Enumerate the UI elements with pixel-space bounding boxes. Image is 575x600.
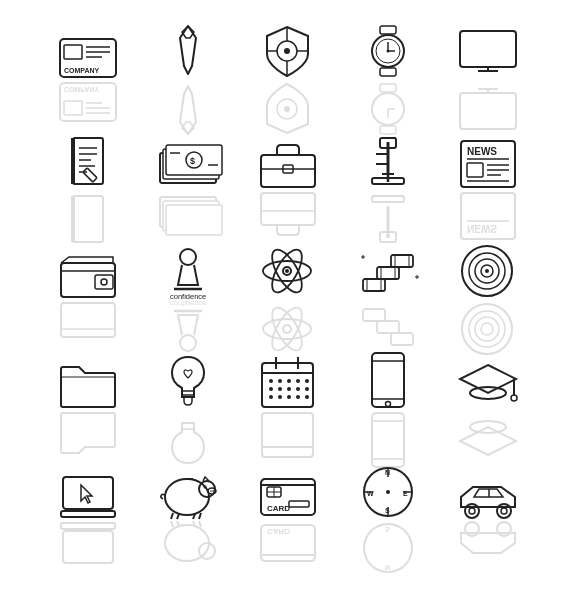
svg-point-185	[203, 486, 206, 489]
svg-point-153	[287, 395, 291, 399]
svg-text:CARD: CARD	[267, 527, 290, 536]
svg-rect-122	[363, 309, 385, 321]
blueprints-icon-cell[interactable]	[38, 135, 138, 245]
calendar-icon-cell[interactable]	[238, 355, 338, 465]
svg-point-151	[269, 395, 273, 399]
svg-rect-198	[289, 501, 309, 507]
watch-icon-cell[interactable]	[338, 25, 438, 135]
svg-line-182	[177, 514, 179, 519]
svg-point-168	[511, 395, 517, 401]
svg-text:N: N	[385, 564, 390, 571]
svg-marker-169	[460, 427, 516, 455]
microscope-icon-cell[interactable]	[338, 135, 438, 245]
tie-icon-cell[interactable]	[138, 25, 238, 135]
target-icon-cell[interactable]	[438, 245, 538, 355]
svg-point-175	[165, 479, 209, 515]
svg-rect-137	[262, 363, 313, 407]
svg-rect-109	[363, 279, 385, 291]
phone-icon-cell[interactable]	[338, 355, 438, 465]
svg-point-108	[283, 325, 291, 333]
svg-rect-24	[380, 26, 396, 34]
svg-text:COMPANY: COMPANY	[64, 67, 100, 74]
svg-point-94	[180, 249, 196, 265]
svg-rect-62	[261, 155, 315, 187]
confidence-icon-cell[interactable]: confidence confidence	[138, 245, 238, 355]
svg-rect-93	[61, 303, 115, 337]
svg-line-189	[177, 521, 179, 526]
compass-icon-cell[interactable]: N S W E N S	[338, 465, 438, 575]
svg-rect-174	[61, 523, 115, 529]
svg-text:E: E	[403, 490, 408, 497]
svg-point-105	[263, 319, 311, 339]
laptop-icon-cell[interactable]	[38, 465, 138, 575]
svg-rect-112	[377, 267, 399, 279]
gold-bars-icon-cell[interactable]	[338, 245, 438, 355]
card-icon-cell[interactable]: CARD CARD	[238, 465, 338, 575]
svg-point-30	[386, 50, 389, 53]
svg-rect-36	[460, 31, 516, 67]
svg-point-220	[501, 508, 507, 514]
svg-point-23	[284, 106, 290, 112]
svg-point-145	[305, 379, 309, 383]
monitor-icon-cell[interactable]	[438, 25, 538, 135]
svg-text:CARD: CARD	[267, 504, 290, 513]
svg-rect-1	[64, 45, 82, 59]
svg-point-21	[284, 48, 290, 54]
money-icon-cell[interactable]: $	[138, 135, 238, 245]
svg-rect-123	[377, 321, 399, 333]
svg-marker-165	[460, 365, 516, 393]
piggy-icon-cell[interactable]	[138, 465, 238, 575]
svg-point-133	[481, 323, 493, 335]
svg-rect-50	[73, 196, 103, 242]
svg-point-148	[287, 387, 291, 391]
svg-rect-91	[95, 275, 113, 289]
svg-rect-7	[64, 101, 82, 115]
atom-icon-cell[interactable]	[238, 245, 338, 355]
graduation-icon-cell[interactable]	[438, 355, 538, 465]
svg-point-92	[101, 279, 107, 285]
svg-rect-173	[63, 531, 113, 563]
svg-line-184	[199, 513, 201, 519]
svg-point-147	[278, 387, 282, 391]
folder-icon-cell[interactable]	[38, 355, 138, 465]
svg-point-129	[485, 269, 489, 273]
svg-point-150	[305, 387, 309, 391]
svg-rect-172	[61, 511, 115, 517]
svg-point-161	[385, 402, 390, 407]
svg-rect-78	[372, 196, 404, 202]
svg-point-143	[287, 379, 291, 383]
company-id-icon-cell[interactable]: COMPANY COMPANY	[38, 25, 138, 135]
svg-rect-115	[391, 255, 413, 267]
svg-line-188	[171, 521, 173, 527]
briefcase-icon-cell[interactable]	[238, 135, 338, 245]
svg-point-141	[269, 379, 273, 383]
icon-grid: COMPANY COMPANY	[28, 15, 548, 585]
wallet-icon-cell[interactable]	[38, 245, 138, 355]
svg-point-142	[278, 379, 282, 383]
svg-text:W: W	[367, 490, 374, 497]
svg-text:COMPANY: COMPANY	[64, 86, 100, 93]
badge-icon-cell[interactable]	[238, 25, 338, 135]
svg-point-186	[165, 525, 209, 561]
svg-text:S: S	[385, 526, 390, 533]
svg-point-149	[296, 387, 300, 391]
svg-text:NEWS: NEWS	[467, 223, 497, 234]
bulb-icon-cell[interactable]	[138, 355, 238, 465]
car-icon-cell[interactable]	[438, 465, 538, 575]
svg-rect-31	[380, 126, 396, 134]
svg-point-155	[305, 395, 309, 399]
svg-rect-61	[166, 205, 222, 235]
svg-rect-25	[380, 68, 396, 76]
svg-text:NEWS: NEWS	[467, 146, 497, 157]
svg-rect-49	[83, 168, 97, 182]
svg-rect-124	[391, 333, 413, 345]
svg-text:confidence: confidence	[170, 299, 206, 308]
svg-text:$: $	[190, 156, 195, 166]
svg-point-144	[296, 379, 300, 383]
svg-point-154	[296, 395, 300, 399]
svg-line-191	[199, 521, 201, 527]
svg-point-178	[210, 490, 212, 492]
svg-rect-65	[261, 193, 315, 225]
news-icon-cell[interactable]: NEWS NEWS	[438, 135, 538, 245]
svg-rect-39	[460, 93, 516, 129]
